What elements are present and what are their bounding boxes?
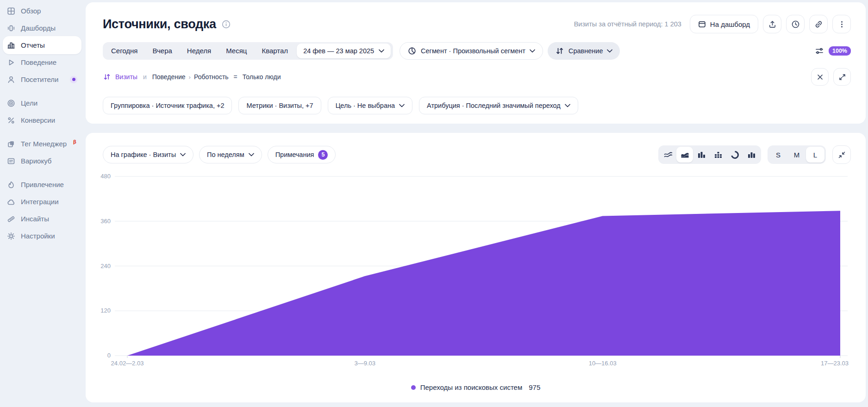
sidebar-item-visitors[interactable]: Посетители xyxy=(0,71,86,88)
chevron-down-icon xyxy=(249,153,254,157)
sidebar-item-variocube[interactable]: Вариокуб xyxy=(0,152,86,169)
sidebar-item-behavior[interactable]: Поведение xyxy=(0,54,86,71)
history-button[interactable] xyxy=(786,15,805,33)
chevron-down-icon xyxy=(530,49,535,53)
insights-icon xyxy=(6,214,15,223)
dashboard-icon xyxy=(698,20,706,28)
sidebar-item-goals[interactable]: Цели xyxy=(0,94,86,112)
filter-equals: = xyxy=(234,73,237,81)
svg-text:360: 360 xyxy=(100,218,111,225)
chart-controls-row: На графике · Визиты По неделям Примечани… xyxy=(103,133,851,163)
close-icon xyxy=(816,73,824,81)
sidebar-item-settings[interactable]: Настройки xyxy=(0,227,86,244)
tab-week[interactable]: Неделя xyxy=(180,42,219,60)
sidebar-item-acquisition[interactable]: Привлечение xyxy=(0,176,86,193)
svg-text:10—16.03: 10—16.03 xyxy=(589,360,617,367)
chart-type-columns-button[interactable] xyxy=(743,147,760,163)
sidebar-item-label: Инсайты xyxy=(21,215,49,223)
on-chart-metric-pill[interactable]: На графике · Визиты xyxy=(103,146,194,163)
chart-type-stacked-bar-button[interactable] xyxy=(710,147,726,163)
tab-quarter[interactable]: Квартал xyxy=(254,42,295,60)
area-chart-icon xyxy=(680,150,690,160)
share-icon xyxy=(768,20,777,29)
sidebar-item-reports[interactable]: Отчеты xyxy=(0,37,86,54)
svg-text:24.02—2.03: 24.02—2.03 xyxy=(111,360,144,367)
more-menu-button[interactable] xyxy=(832,15,851,33)
chart-type-pie-button[interactable] xyxy=(726,147,743,163)
notes-pill[interactable]: Примечания 5 xyxy=(268,146,336,163)
filter-expand-button[interactable] xyxy=(833,68,851,86)
share-button[interactable] xyxy=(763,15,781,33)
sidebar-item-insights[interactable]: Инсайты xyxy=(0,210,86,227)
sidebar-item-label: Цели xyxy=(21,99,37,107)
chart-type-line-button[interactable] xyxy=(660,147,676,163)
chart-legend[interactable]: Переходы из поисковых систем 975 xyxy=(86,383,866,391)
sidebar-item-conversions[interactable]: Конверсии xyxy=(0,112,86,129)
info-icon[interactable] xyxy=(222,20,231,29)
sidebar-item-label: Отчеты xyxy=(21,41,45,49)
granularity-pill[interactable]: По неделям xyxy=(199,146,262,163)
filter-dimension-child[interactable]: Роботность xyxy=(194,73,229,81)
grouping-pill[interactable]: Группировка · Источник трафика, +2 xyxy=(103,97,232,114)
expand-icon xyxy=(838,73,846,81)
tab-month[interactable]: Месяц xyxy=(219,42,254,60)
legend-label: Переходы из поисковых систем xyxy=(420,383,523,391)
gear-icon xyxy=(6,232,15,240)
to-dashboard-button[interactable]: На дашборд xyxy=(690,15,758,33)
chevron-down-icon xyxy=(607,49,612,53)
filter-metric-icon xyxy=(103,73,111,81)
chart-type-area-button[interactable] xyxy=(676,147,693,163)
reports-icon xyxy=(6,41,15,50)
compare-button[interactable]: Сравнение xyxy=(548,42,620,60)
sliders-icon xyxy=(815,46,824,56)
pie-chart-icon xyxy=(730,150,740,160)
sidebar-item-tag-manager[interactable]: Тег Менеджер β xyxy=(0,135,86,152)
header-actions: Визиты за отчётный период: 1 203 На дашб… xyxy=(574,15,851,33)
new-dot-badge xyxy=(70,76,77,83)
size-l-button[interactable]: L xyxy=(806,147,824,163)
filter-path-separator: › xyxy=(189,74,191,81)
chevron-down-icon xyxy=(180,153,186,157)
legend-value: 975 xyxy=(529,383,540,391)
size-m-button[interactable]: M xyxy=(787,147,806,163)
tab-yesterday[interactable]: Вчера xyxy=(145,42,180,60)
sidebar-item-dashboards[interactable]: Дашборды xyxy=(0,19,86,37)
filter-clear-button[interactable] xyxy=(811,68,829,86)
link-icon xyxy=(814,20,823,29)
goal-pill[interactable]: Цель · Не выбрана xyxy=(328,97,412,114)
clock-icon xyxy=(791,20,800,29)
report-header-card: Источники, сводка Визиты за отчётный пер… xyxy=(86,2,866,124)
page-title: Источники, сводка xyxy=(103,17,216,31)
dashboards-icon xyxy=(6,24,15,32)
sampling-control[interactable]: 100% xyxy=(815,46,851,56)
sidebar-item-overview[interactable]: Обзор xyxy=(0,2,86,19)
collapse-chart-button[interactable] xyxy=(832,145,851,164)
tab-today[interactable]: Сегодня xyxy=(104,42,145,60)
copy-link-button[interactable] xyxy=(809,15,828,33)
chart-type-bar-button[interactable] xyxy=(693,147,710,163)
segment-selector[interactable]: Сегмент · Произвольный сегмент xyxy=(400,42,543,60)
visits-area-chart: 012024036048024.02—2.033—9.0310—16.0317—… xyxy=(86,169,866,368)
sidebar-item-label: Привлечение xyxy=(21,181,64,188)
attribution-pill[interactable]: Атрибуция · Последний значимый переход xyxy=(419,97,578,114)
filter-value[interactable]: Только люди xyxy=(243,73,281,81)
chart-card: На графике · Визиты По неделям Примечани… xyxy=(86,133,866,402)
sidebar-item-integrations[interactable]: Интеграции xyxy=(0,193,86,210)
sidebar-item-label: Конверсии xyxy=(21,116,55,124)
sidebar-item-label: Тег Менеджер xyxy=(21,140,67,148)
date-range-picker[interactable]: 24 фев — 23 мар 2025 xyxy=(297,44,391,58)
sidebar: Обзор Дашборды Отчеты Поведение Посетите… xyxy=(0,0,86,407)
percent-icon xyxy=(6,116,15,125)
filter-metric[interactable]: Визиты xyxy=(115,73,137,81)
period-visits-text: Визиты за отчётный период: 1 203 xyxy=(574,20,681,28)
tag-manager-icon xyxy=(6,139,15,148)
chart-size-toolbar: S M L xyxy=(768,145,826,164)
size-s-button[interactable]: S xyxy=(769,147,787,163)
chevron-down-icon xyxy=(565,104,570,107)
filter-dimension-parent[interactable]: Поведение xyxy=(152,73,186,81)
legend-color-dot xyxy=(411,385,416,390)
sidebar-item-label: Дашборды xyxy=(21,24,56,32)
sidebar-item-label: Настройки xyxy=(21,232,55,240)
sampling-badge: 100% xyxy=(829,46,851,56)
metrics-pill[interactable]: Метрики · Визиты, +7 xyxy=(238,97,321,114)
